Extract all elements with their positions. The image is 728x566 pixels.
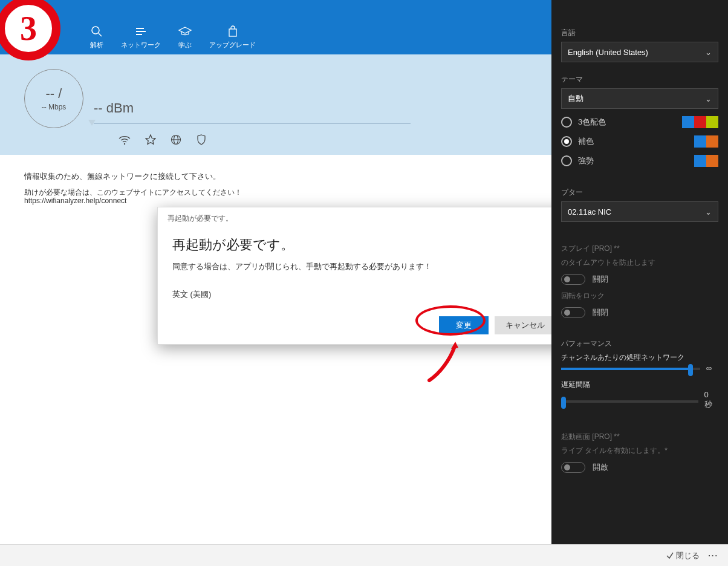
connect-message: 情報収集のため、無線ネットワークに接続して下さい。: [24, 171, 221, 182]
startup-pro-label: 起動画面 [PRO] **: [561, 432, 718, 442]
rotation-lock-label: 回転をロック: [561, 291, 718, 301]
settings-panel: 言語 English (United States) ⌄ テーマ 自動 ⌄ 3色…: [551, 0, 728, 544]
svg-point-11: [124, 143, 125, 145]
color-option-complement[interactable]: 補色: [551, 132, 728, 151]
timeout-toggle[interactable]: 關閉: [551, 272, 728, 287]
dialog-body: 同意する場合は、アプリが閉じられ、手動で再起動する必要があります！: [158, 261, 567, 272]
theme-select[interactable]: 自動 ⌄: [561, 88, 718, 109]
more-button[interactable]: ···: [708, 551, 718, 560]
delay-value: 0 秒: [704, 390, 718, 410]
signal-caret-icon: [88, 120, 96, 126]
color-option-label: 強勢: [578, 155, 594, 166]
language-select[interactable]: English (United States) ⌄: [561, 42, 718, 62]
speed-unit: -- Mbps: [42, 103, 67, 111]
tab-upgrade[interactable]: アップグレード: [203, 22, 262, 52]
livetile-toggle[interactable]: 開啟: [551, 460, 728, 475]
color-option-emphasis[interactable]: 強勢: [551, 151, 728, 171]
annotation-step-number: 3: [20, 9, 37, 48]
shopping-bag-icon: [227, 25, 239, 38]
magnifier-icon: [91, 25, 103, 38]
help-url[interactable]: https://wifianalyzer.help/connect: [24, 197, 126, 205]
tab-networks[interactable]: ネットワーク: [115, 22, 167, 52]
signal-dbm: -- dBm: [94, 100, 134, 116]
theme-value: 自動: [568, 93, 583, 104]
restart-dialog: 再起動が必要です。 再起動が必要です。 同意する場合は、アプリが閉じられ、手動で…: [157, 207, 567, 345]
bottom-bar: 閉じる ···: [0, 544, 728, 566]
tab-learn[interactable]: 学ぶ: [167, 22, 203, 52]
svg-point-4: [92, 27, 99, 34]
color-option-label: 補色: [578, 136, 594, 147]
color-swatches: [694, 155, 718, 167]
adapter-value: 02.11ac NIC: [568, 207, 611, 216]
tab-analyze[interactable]: 解析: [79, 22, 115, 52]
toggle-off-icon: [561, 274, 585, 285]
signal-line: [94, 123, 411, 124]
main-toolbar: 解析 ネットワーク 学ぶ アップグレード: [0, 19, 551, 54]
channels-label: チャンネルあたりの処理ネットワーク: [561, 353, 718, 363]
livetile-label: ライブ タイルを有効にします。*: [561, 446, 718, 456]
close-panel-button[interactable]: 閉じる: [666, 550, 700, 561]
language-label: 言語: [561, 28, 718, 38]
display-pro-label: スプレイ [PRO] **: [561, 244, 718, 254]
tab-label: 学ぶ: [178, 41, 192, 50]
toggle-off-icon: [561, 462, 585, 473]
toggle-state: 關閉: [593, 274, 608, 285]
tab-label: 解析: [90, 41, 103, 50]
color-swatches: [682, 116, 718, 128]
annotation-arrow-icon: [422, 336, 483, 396]
dialog-heading: 再起動が必要です。: [158, 224, 567, 261]
cancel-button[interactable]: キャンセル: [495, 316, 556, 334]
color-option-label: 3色配色: [578, 117, 606, 128]
adapter-select[interactable]: 02.11ac NIC ⌄: [561, 201, 718, 222]
chevron-down-icon: ⌄: [705, 94, 712, 103]
star-icon[interactable]: [145, 134, 156, 148]
speed-gauge: -- / -- Mbps: [24, 69, 83, 128]
graduation-cap-icon: [178, 25, 192, 38]
channels-value: ∞: [706, 363, 712, 372]
rotation-toggle[interactable]: 關閉: [551, 305, 728, 320]
tab-label: ネットワーク: [121, 41, 161, 50]
speed-value: -- /: [46, 86, 62, 102]
annotation-highlight-oval: [415, 305, 486, 336]
adapter-label: プター: [561, 187, 718, 198]
globe-icon[interactable]: [171, 134, 181, 148]
timeout-prevent-label: のタイムアウトを防止します: [561, 258, 718, 268]
dialog-language-line: 英文 (美國): [158, 272, 567, 300]
tab-label: アップグレード: [209, 41, 256, 50]
list-icon: [134, 25, 148, 38]
svg-line-5: [99, 33, 102, 36]
radio-icon: [561, 155, 572, 166]
toggle-state: 關閉: [593, 307, 608, 318]
delay-label: 遅延間隔: [561, 380, 590, 389]
delay-slider[interactable]: [561, 400, 698, 403]
theme-label: テーマ: [561, 74, 718, 85]
close-panel-label: 閉じる: [676, 551, 700, 560]
language-value: English (United States): [568, 48, 648, 57]
dialog-caption: 再起動が必要です。: [158, 207, 567, 224]
svg-marker-12: [146, 135, 155, 145]
performance-label: パフォーマンス: [561, 339, 718, 349]
svg-rect-10: [229, 29, 236, 36]
channels-slider[interactable]: [561, 368, 700, 370]
chevron-down-icon: ⌄: [705, 48, 712, 57]
radio-checked-icon: [561, 136, 572, 147]
color-swatches: [694, 135, 718, 148]
radio-icon: [561, 117, 572, 128]
shield-icon[interactable]: [196, 134, 207, 148]
wifi-icon[interactable]: [119, 134, 131, 148]
chevron-down-icon: ⌄: [705, 207, 712, 216]
color-option-3color[interactable]: 3色配色: [551, 112, 728, 132]
svg-marker-9: [179, 27, 191, 33]
signal-icon-row: [119, 134, 207, 148]
toggle-state: 開啟: [593, 462, 608, 473]
toggle-off-icon: [561, 307, 585, 318]
